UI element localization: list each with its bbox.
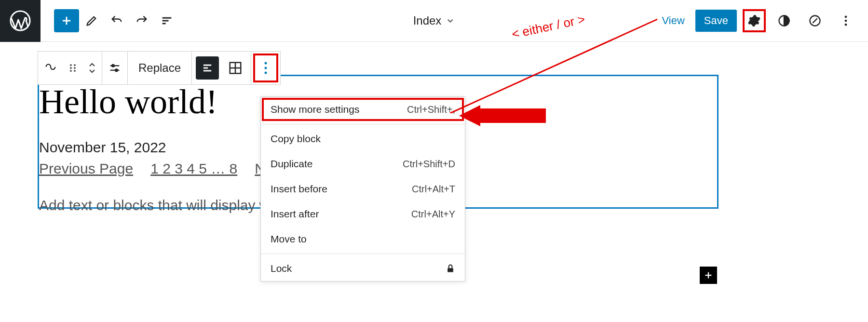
menu-item-label: Insert before xyxy=(271,183,327,195)
half-circle-icon xyxy=(777,14,791,27)
svg-point-28 xyxy=(265,62,267,65)
svg-point-9 xyxy=(845,16,847,18)
lock-icon xyxy=(446,263,455,274)
grid-view-button[interactable] xyxy=(224,56,247,80)
move-buttons[interactable] xyxy=(82,52,102,84)
menu-item-shortcut: Ctrl+Shift+D xyxy=(403,159,455,170)
template-title-text: Index xyxy=(413,14,442,27)
block-toolbar: Replace xyxy=(38,51,281,85)
svg-point-12 xyxy=(70,64,72,66)
menu-item-label: Copy block xyxy=(271,133,321,145)
menu-item-label: Move to xyxy=(271,233,307,245)
svg-point-16 xyxy=(70,70,72,72)
save-button[interactable]: Save xyxy=(695,10,737,32)
menu-separator xyxy=(261,124,465,124)
svg-point-14 xyxy=(70,67,72,69)
kebab-icon xyxy=(839,14,853,27)
menu-duplicate[interactable]: Duplicate Ctrl+Shift+D xyxy=(261,151,465,176)
compass-icon xyxy=(808,14,822,27)
svg-point-29 xyxy=(265,67,267,69)
kebab-icon xyxy=(264,61,268,75)
align-left-button[interactable] xyxy=(196,56,219,80)
menu-item-label: Duplicate xyxy=(271,158,313,170)
block-options-menu: Show more settings Ctrl+Shift+, Copy blo… xyxy=(260,96,465,282)
svg-point-15 xyxy=(74,67,76,69)
menu-item-shortcut: Ctrl+Alt+Y xyxy=(411,209,455,220)
svg-point-19 xyxy=(112,65,114,67)
undo-button[interactable] xyxy=(104,9,129,32)
inline-add-button[interactable] xyxy=(700,267,717,284)
loop-icon xyxy=(44,61,57,75)
menu-item-label: Insert after xyxy=(271,208,319,220)
top-right-tools: View Save xyxy=(657,9,868,32)
pagination-prev[interactable]: Previous Page xyxy=(39,161,133,177)
browse-button[interactable] xyxy=(802,9,827,32)
svg-point-30 xyxy=(265,72,267,74)
svg-line-8 xyxy=(813,18,817,23)
redo-button[interactable] xyxy=(129,9,154,32)
menu-insert-before[interactable]: Insert before Ctrl+Alt+T xyxy=(261,176,465,201)
settings-slider-button[interactable] xyxy=(102,52,127,84)
drag-handle[interactable] xyxy=(63,52,82,84)
arrow-bar xyxy=(480,108,546,123)
svg-point-21 xyxy=(115,69,118,71)
svg-rect-33 xyxy=(448,268,453,272)
menu-copy-block[interactable]: Copy block xyxy=(261,126,465,151)
view-link[interactable]: View xyxy=(657,14,690,27)
template-title[interactable]: Index xyxy=(413,14,455,27)
annotation-arrow xyxy=(459,105,546,126)
edit-tool-button[interactable] xyxy=(79,9,104,32)
grid-icon xyxy=(228,61,243,75)
menu-item-label: Lock xyxy=(271,263,292,274)
top-left-tools xyxy=(41,9,179,32)
list-view-button[interactable] xyxy=(154,9,179,32)
block-type-button[interactable] xyxy=(38,52,63,84)
block-options-button[interactable] xyxy=(255,55,276,80)
menu-move-to[interactable]: Move to xyxy=(261,227,465,252)
svg-point-11 xyxy=(845,24,847,26)
arrow-head-icon xyxy=(459,105,480,126)
svg-point-13 xyxy=(74,64,76,66)
menu-item-shortcut: Ctrl+Alt+T xyxy=(412,184,455,195)
menu-lock[interactable]: Lock xyxy=(261,256,465,281)
gear-icon xyxy=(747,14,761,27)
align-left-icon xyxy=(201,61,214,75)
drag-icon xyxy=(68,62,77,74)
move-arrows-icon xyxy=(88,62,96,74)
block-options-highlight xyxy=(253,54,278,82)
menu-item-label: Show more settings xyxy=(271,104,359,115)
options-button[interactable] xyxy=(833,9,858,32)
gear-highlight xyxy=(743,9,766,32)
chevron-down-icon xyxy=(445,16,455,26)
menu-insert-after[interactable]: Insert after Ctrl+Alt+Y xyxy=(261,201,465,227)
add-block-button[interactable] xyxy=(54,9,79,32)
wordpress-logo[interactable] xyxy=(0,0,41,42)
menu-show-more-settings[interactable]: Show more settings Ctrl+Shift+, xyxy=(261,97,465,122)
top-bar: Index View Save xyxy=(0,0,868,42)
settings-button[interactable] xyxy=(746,12,763,29)
pagination-pages[interactable]: 1 2 3 4 5 … 8 xyxy=(150,161,237,177)
replace-button[interactable]: Replace xyxy=(128,52,191,84)
plus-icon xyxy=(703,270,714,281)
sliders-icon xyxy=(108,61,122,75)
svg-point-17 xyxy=(74,70,76,72)
menu-separator xyxy=(261,254,465,254)
styles-button[interactable] xyxy=(772,9,797,32)
menu-item-shortcut: Ctrl+Shift+, xyxy=(407,104,455,115)
svg-point-10 xyxy=(845,20,847,22)
